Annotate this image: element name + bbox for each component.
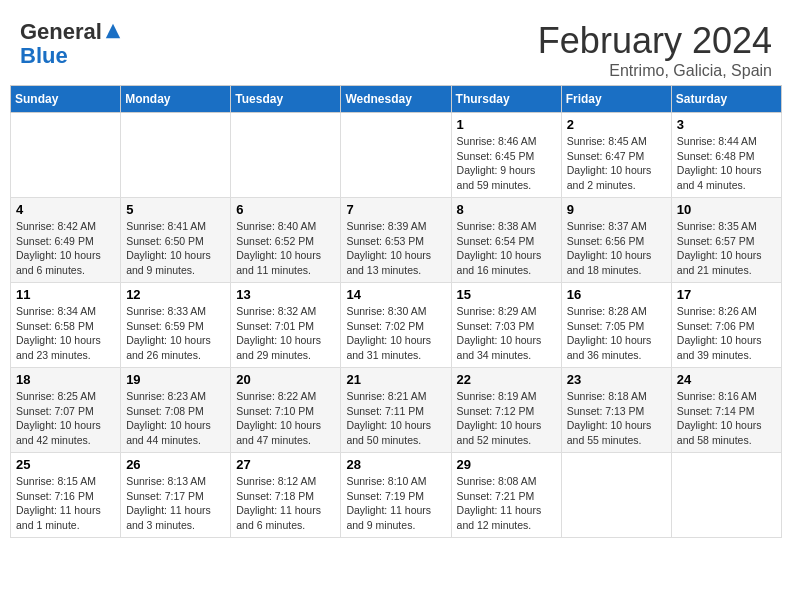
day-info: Sunrise: 8:44 AM Sunset: 6:48 PM Dayligh… — [677, 134, 776, 193]
table-row: 26Sunrise: 8:13 AM Sunset: 7:17 PM Dayli… — [121, 453, 231, 538]
col-friday: Friday — [561, 86, 671, 113]
logo-blue-text: Blue — [20, 44, 122, 68]
day-info: Sunrise: 8:18 AM Sunset: 7:13 PM Dayligh… — [567, 389, 666, 448]
table-row: 2Sunrise: 8:45 AM Sunset: 6:47 PM Daylig… — [561, 113, 671, 198]
table-row: 18Sunrise: 8:25 AM Sunset: 7:07 PM Dayli… — [11, 368, 121, 453]
day-number: 27 — [236, 457, 335, 472]
table-row: 4Sunrise: 8:42 AM Sunset: 6:49 PM Daylig… — [11, 198, 121, 283]
day-number: 25 — [16, 457, 115, 472]
day-number: 22 — [457, 372, 556, 387]
table-row: 8Sunrise: 8:38 AM Sunset: 6:54 PM Daylig… — [451, 198, 561, 283]
day-number: 6 — [236, 202, 335, 217]
table-row: 1Sunrise: 8:46 AM Sunset: 6:45 PM Daylig… — [451, 113, 561, 198]
day-info: Sunrise: 8:12 AM Sunset: 7:18 PM Dayligh… — [236, 474, 335, 533]
week-row-2: 4Sunrise: 8:42 AM Sunset: 6:49 PM Daylig… — [11, 198, 782, 283]
day-number: 1 — [457, 117, 556, 132]
day-number: 28 — [346, 457, 445, 472]
day-number: 24 — [677, 372, 776, 387]
day-info: Sunrise: 8:08 AM Sunset: 7:21 PM Dayligh… — [457, 474, 556, 533]
table-row: 9Sunrise: 8:37 AM Sunset: 6:56 PM Daylig… — [561, 198, 671, 283]
table-row: 3Sunrise: 8:44 AM Sunset: 6:48 PM Daylig… — [671, 113, 781, 198]
col-sunday: Sunday — [11, 86, 121, 113]
day-number: 19 — [126, 372, 225, 387]
day-number: 17 — [677, 287, 776, 302]
table-row: 19Sunrise: 8:23 AM Sunset: 7:08 PM Dayli… — [121, 368, 231, 453]
day-info: Sunrise: 8:23 AM Sunset: 7:08 PM Dayligh… — [126, 389, 225, 448]
day-info: Sunrise: 8:39 AM Sunset: 6:53 PM Dayligh… — [346, 219, 445, 278]
header: General Blue February 2024 Entrimo, Gali… — [10, 10, 782, 85]
table-row: 5Sunrise: 8:41 AM Sunset: 6:50 PM Daylig… — [121, 198, 231, 283]
day-number: 18 — [16, 372, 115, 387]
table-row: 23Sunrise: 8:18 AM Sunset: 7:13 PM Dayli… — [561, 368, 671, 453]
day-info: Sunrise: 8:46 AM Sunset: 6:45 PM Dayligh… — [457, 134, 556, 193]
table-row: 6Sunrise: 8:40 AM Sunset: 6:52 PM Daylig… — [231, 198, 341, 283]
day-info: Sunrise: 8:29 AM Sunset: 7:03 PM Dayligh… — [457, 304, 556, 363]
day-info: Sunrise: 8:41 AM Sunset: 6:50 PM Dayligh… — [126, 219, 225, 278]
day-info: Sunrise: 8:34 AM Sunset: 6:58 PM Dayligh… — [16, 304, 115, 363]
table-row: 17Sunrise: 8:26 AM Sunset: 7:06 PM Dayli… — [671, 283, 781, 368]
day-info: Sunrise: 8:21 AM Sunset: 7:11 PM Dayligh… — [346, 389, 445, 448]
calendar-table: Sunday Monday Tuesday Wednesday Thursday… — [10, 85, 782, 538]
day-number: 13 — [236, 287, 335, 302]
day-info: Sunrise: 8:16 AM Sunset: 7:14 PM Dayligh… — [677, 389, 776, 448]
table-row: 15Sunrise: 8:29 AM Sunset: 7:03 PM Dayli… — [451, 283, 561, 368]
week-row-5: 25Sunrise: 8:15 AM Sunset: 7:16 PM Dayli… — [11, 453, 782, 538]
table-row: 29Sunrise: 8:08 AM Sunset: 7:21 PM Dayli… — [451, 453, 561, 538]
table-row — [341, 113, 451, 198]
col-saturday: Saturday — [671, 86, 781, 113]
day-number: 2 — [567, 117, 666, 132]
table-row: 16Sunrise: 8:28 AM Sunset: 7:05 PM Dayli… — [561, 283, 671, 368]
week-row-4: 18Sunrise: 8:25 AM Sunset: 7:07 PM Dayli… — [11, 368, 782, 453]
day-info: Sunrise: 8:42 AM Sunset: 6:49 PM Dayligh… — [16, 219, 115, 278]
day-number: 20 — [236, 372, 335, 387]
day-info: Sunrise: 8:30 AM Sunset: 7:02 PM Dayligh… — [346, 304, 445, 363]
table-row: 27Sunrise: 8:12 AM Sunset: 7:18 PM Dayli… — [231, 453, 341, 538]
day-number: 4 — [16, 202, 115, 217]
day-info: Sunrise: 8:25 AM Sunset: 7:07 PM Dayligh… — [16, 389, 115, 448]
col-monday: Monday — [121, 86, 231, 113]
day-number: 23 — [567, 372, 666, 387]
table-row — [561, 453, 671, 538]
day-info: Sunrise: 8:28 AM Sunset: 7:05 PM Dayligh… — [567, 304, 666, 363]
logo: General Blue — [20, 20, 122, 68]
week-row-1: 1Sunrise: 8:46 AM Sunset: 6:45 PM Daylig… — [11, 113, 782, 198]
day-info: Sunrise: 8:10 AM Sunset: 7:19 PM Dayligh… — [346, 474, 445, 533]
table-row: 28Sunrise: 8:10 AM Sunset: 7:19 PM Dayli… — [341, 453, 451, 538]
day-number: 12 — [126, 287, 225, 302]
day-info: Sunrise: 8:37 AM Sunset: 6:56 PM Dayligh… — [567, 219, 666, 278]
day-info: Sunrise: 8:26 AM Sunset: 7:06 PM Dayligh… — [677, 304, 776, 363]
week-row-3: 11Sunrise: 8:34 AM Sunset: 6:58 PM Dayli… — [11, 283, 782, 368]
col-wednesday: Wednesday — [341, 86, 451, 113]
day-info: Sunrise: 8:22 AM Sunset: 7:10 PM Dayligh… — [236, 389, 335, 448]
table-row — [231, 113, 341, 198]
day-number: 14 — [346, 287, 445, 302]
header-row: Sunday Monday Tuesday Wednesday Thursday… — [11, 86, 782, 113]
day-number: 16 — [567, 287, 666, 302]
day-info: Sunrise: 8:19 AM Sunset: 7:12 PM Dayligh… — [457, 389, 556, 448]
day-number: 21 — [346, 372, 445, 387]
day-number: 11 — [16, 287, 115, 302]
day-number: 15 — [457, 287, 556, 302]
day-number: 5 — [126, 202, 225, 217]
day-info: Sunrise: 8:40 AM Sunset: 6:52 PM Dayligh… — [236, 219, 335, 278]
day-info: Sunrise: 8:13 AM Sunset: 7:17 PM Dayligh… — [126, 474, 225, 533]
logo-general-text: General — [20, 20, 102, 44]
table-row: 11Sunrise: 8:34 AM Sunset: 6:58 PM Dayli… — [11, 283, 121, 368]
col-tuesday: Tuesday — [231, 86, 341, 113]
table-row: 7Sunrise: 8:39 AM Sunset: 6:53 PM Daylig… — [341, 198, 451, 283]
title-area: February 2024 Entrimo, Galicia, Spain — [538, 20, 772, 80]
table-row — [11, 113, 121, 198]
table-row: 21Sunrise: 8:21 AM Sunset: 7:11 PM Dayli… — [341, 368, 451, 453]
table-row — [671, 453, 781, 538]
table-row: 10Sunrise: 8:35 AM Sunset: 6:57 PM Dayli… — [671, 198, 781, 283]
table-row: 12Sunrise: 8:33 AM Sunset: 6:59 PM Dayli… — [121, 283, 231, 368]
col-thursday: Thursday — [451, 86, 561, 113]
day-info: Sunrise: 8:45 AM Sunset: 6:47 PM Dayligh… — [567, 134, 666, 193]
table-row: 20Sunrise: 8:22 AM Sunset: 7:10 PM Dayli… — [231, 368, 341, 453]
logo-icon — [104, 22, 122, 40]
day-number: 9 — [567, 202, 666, 217]
table-row: 22Sunrise: 8:19 AM Sunset: 7:12 PM Dayli… — [451, 368, 561, 453]
day-number: 10 — [677, 202, 776, 217]
day-info: Sunrise: 8:15 AM Sunset: 7:16 PM Dayligh… — [16, 474, 115, 533]
svg-marker-0 — [106, 24, 120, 38]
